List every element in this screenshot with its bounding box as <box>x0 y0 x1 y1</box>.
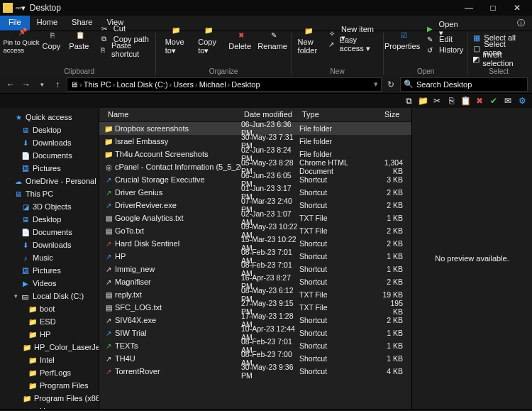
crumb[interactable]: Michael <box>199 80 226 89</box>
nav-forward-button[interactable]: → <box>20 80 33 89</box>
nav-tree[interactable]: ★Quick access🖥Desktop⬇Downloads📄Document… <box>0 108 99 409</box>
nav-up-button[interactable]: ↑ <box>51 80 64 89</box>
tree-node[interactable]: 🖥Desktop <box>0 213 99 226</box>
titlebar: ▫ ▫ ▾ Desktop ― □ ✕ <box>0 0 532 16</box>
table-row[interactable]: ↗TorrentRover30-May-23 9:36 PMShortcut4 … <box>99 365 411 378</box>
group-clipboard-label: Clipboard <box>7 67 151 75</box>
tree-node[interactable]: 🖥Desktop <box>0 124 99 136</box>
maximize-button[interactable]: □ <box>481 0 505 16</box>
tb-copy2-icon[interactable]: ⎘ <box>445 95 457 106</box>
history-button[interactable]: ↺History <box>421 45 463 55</box>
new-folder-button[interactable]: 📁New folder <box>296 23 318 55</box>
crumb[interactable]: Desktop <box>231 80 260 89</box>
paste-shortcut-button[interactable]: ⎘Paste shortcut <box>95 45 151 55</box>
tree-node[interactable]: ★Quick access <box>0 111 99 124</box>
tb-copy-icon[interactable]: ⧉ <box>403 95 414 106</box>
tb-delete-icon[interactable]: ✖ <box>474 95 485 106</box>
tb-check-icon[interactable]: ✔ <box>488 95 499 106</box>
group-select-label: Select <box>472 67 525 75</box>
group-organize-label: Organize <box>160 67 287 75</box>
invert-selection-button[interactable]: ◩Invert selection <box>472 54 525 64</box>
tree-node[interactable]: ◪3D Objects <box>0 200 99 213</box>
cut-button[interactable]: ✂Cut <box>95 23 151 33</box>
preview-pane: No preview available. <box>411 108 532 409</box>
close-button[interactable]: ✕ <box>505 0 529 16</box>
tree-node[interactable]: 📁boot <box>0 302 99 315</box>
tree-node[interactable]: 🖥This PC <box>0 187 99 200</box>
delete-button[interactable]: ✖Delete <box>226 28 254 50</box>
copy-button[interactable]: ⎘Copy <box>40 28 63 50</box>
search-icon: 🔍 <box>404 80 414 89</box>
col-type[interactable]: Type <box>298 108 380 121</box>
tree-node[interactable]: 🖼Pictures <box>0 162 99 175</box>
col-size[interactable]: Size <box>380 108 404 121</box>
ribbon: 📌Pin to Quick access ⎘Copy 📋Paste ✂Cut ⧉… <box>0 31 532 75</box>
crumb[interactable]: Users <box>173 80 194 89</box>
breadcrumb[interactable]: 🖥› This PC› Local Disk (C:)› Users› Mich… <box>67 77 382 92</box>
tree-node[interactable]: 📄Documents <box>0 226 99 239</box>
tree-node[interactable]: ▾📁Users <box>0 405 99 409</box>
properties-button[interactable]: ☑Properties <box>388 28 416 50</box>
tree-node[interactable]: 📁HP_Color_LaserJet_Pro_MFP_M <box>0 341 99 354</box>
tree-node[interactable]: 📁HP <box>0 328 99 341</box>
tree-node[interactable]: ▶Videos <box>0 277 99 290</box>
tree-node[interactable]: 📄Documents <box>0 149 99 162</box>
tree-node[interactable]: 📁PerfLogs <box>0 366 99 379</box>
edit-button[interactable]: ✎Edit <box>421 34 463 44</box>
tree-node[interactable]: ⬇Downloads <box>0 239 99 251</box>
tree-node[interactable]: ▾🖴Local Disk (C:) <box>0 290 99 302</box>
tb-folder-icon[interactable]: 📁 <box>417 95 428 106</box>
rename-button[interactable]: ✎Rename <box>258 28 287 50</box>
ribbon-help-icon[interactable]: ⓘ <box>510 16 532 31</box>
pc-icon: 🖥 <box>70 80 78 89</box>
tb-settings-icon[interactable]: ⚙ <box>516 95 528 106</box>
nav-recent-button[interactable]: ▾ <box>35 81 48 88</box>
open-button[interactable]: ▶Open ▾ <box>421 23 463 33</box>
qttabbar-toolbar: ⧉ 📁 ✂ ⎘ 📋 ✖ ✔ ✉ ⚙ <box>0 94 532 108</box>
window-title: Desktop <box>30 3 457 13</box>
tree-node[interactable]: 🖼Pictures <box>0 264 99 277</box>
easy-access-button[interactable]: ↗Easy access ▾ <box>323 40 379 50</box>
minimize-button[interactable]: ― <box>457 0 481 16</box>
tree-node[interactable]: 📁ESD <box>0 315 99 328</box>
tree-node[interactable]: ☁OneDrive - Personal <box>0 175 99 187</box>
tree-node[interactable]: ♪Music <box>0 251 99 264</box>
folder-icon <box>3 3 13 13</box>
move-to-button[interactable]: 📁Move to▾ <box>160 23 189 55</box>
tree-node[interactable]: 📁Program Files (x86) <box>0 392 99 405</box>
tree-node[interactable]: ⬇Downloads <box>0 136 99 149</box>
tb-mail-icon[interactable]: ✉ <box>502 95 514 106</box>
tb-cut-icon[interactable]: ✂ <box>431 95 443 106</box>
paste-button[interactable]: 📋Paste <box>67 28 91 50</box>
group-new-label: New <box>296 67 379 75</box>
crumb[interactable]: This PC <box>84 80 111 89</box>
col-name[interactable]: Name <box>99 108 240 121</box>
pin-quick-access-button[interactable]: 📌Pin to Quick access <box>7 24 35 54</box>
nav-back-button[interactable]: ← <box>4 80 17 89</box>
copy-to-button[interactable]: 📁Copy to▾ <box>193 23 221 55</box>
qat-chevron[interactable]: ▾ <box>21 4 26 13</box>
tree-node[interactable]: 📁Intel <box>0 354 99 366</box>
crumb[interactable]: Local Disk (C:) <box>116 80 167 89</box>
refresh-button[interactable]: ↻ <box>384 80 397 89</box>
group-open-label: Open <box>388 67 463 75</box>
crumb-dropdown-icon[interactable]: ▾ <box>374 80 378 89</box>
tb-paste-icon[interactable]: 📋 <box>460 95 471 106</box>
nav-bar: ← → ▾ ↑ 🖥› This PC› Local Disk (C:)› Use… <box>0 75 532 94</box>
file-list[interactable]: Name Date modified Type Size 📁Dropbox sc… <box>99 108 411 409</box>
tree-node[interactable]: 📁Program Files <box>0 379 99 392</box>
search-input[interactable]: 🔍 Search Desktop <box>400 77 528 92</box>
main-area: ★Quick access🖥Desktop⬇Downloads📄Document… <box>0 108 532 409</box>
